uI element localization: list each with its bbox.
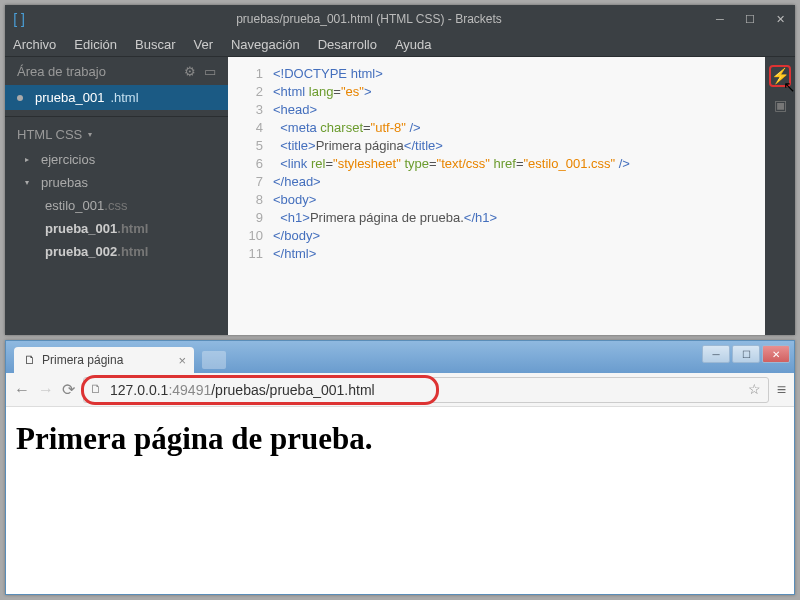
extension-manager-icon[interactable]: ▣ [774, 97, 787, 113]
chrome-titlebar: 🗋 Primera página × ─ ☐ ✕ [6, 341, 794, 373]
code-editor[interactable]: 1 2 3 4 5 6 7 8 9 10 11 <!DOCTYPE html> … [228, 57, 765, 335]
working-file-ext: .html [110, 90, 138, 105]
chrome-menu-icon[interactable]: ≡ [777, 381, 786, 399]
menu-navegacion[interactable]: Navegación [231, 37, 300, 52]
folder-ejercicios[interactable]: ▸ ejercicios [5, 148, 228, 171]
brackets-app-icon: [ ] [5, 11, 33, 27]
brackets-titlebar: [ ] pruebas/prueba_001.html (HTML CSS) -… [5, 5, 795, 33]
gear-icon[interactable]: ⚙ [184, 64, 196, 79]
chevron-down-icon: ▾ [88, 130, 92, 139]
brackets-body: Área de trabajo ⚙ ▭ prueba_001.html HTML… [5, 57, 795, 335]
brackets-menubar: Archivo Edición Buscar Ver Navegación De… [5, 33, 795, 57]
page-icon: 🗋 [90, 382, 102, 396]
working-files-label: Área de trabajo [17, 64, 106, 79]
file-prueba-001-html[interactable]: prueba_001.html [5, 217, 228, 240]
chrome-window-controls: ─ ☐ ✕ [702, 341, 794, 363]
tab-title: Primera página [42, 353, 123, 367]
chrome-maximize-button[interactable]: ☐ [732, 345, 760, 363]
forward-button[interactable]: → [38, 381, 54, 399]
menu-ayuda[interactable]: Ayuda [395, 37, 432, 52]
lightning-icon: ⚡ [771, 67, 790, 85]
brackets-sidebar: Área de trabajo ⚙ ▭ prueba_001.html HTML… [5, 57, 228, 335]
omnibox-wrap: 🗋 127.0.0.1:49491/pruebas/prueba_001.htm… [83, 377, 769, 403]
chrome-window: 🗋 Primera página × ─ ☐ ✕ ← → ⟳ 🗋 127.0.0… [5, 340, 795, 595]
project-label: HTML CSS [17, 127, 82, 142]
page-icon: 🗋 [24, 353, 36, 367]
working-file-name: prueba_001 [35, 90, 104, 105]
bookmark-star-icon[interactable]: ☆ [748, 381, 761, 397]
chevron-down-icon: ▾ [25, 178, 35, 187]
menu-buscar[interactable]: Buscar [135, 37, 175, 52]
menu-archivo[interactable]: Archivo [13, 37, 56, 52]
new-tab-button[interactable] [202, 351, 226, 369]
live-preview-button[interactable]: ⚡ [769, 65, 791, 87]
file-prueba-002-html[interactable]: prueba_002.html [5, 240, 228, 263]
back-button[interactable]: ← [14, 381, 30, 399]
folder-pruebas[interactable]: ▾ pruebas [5, 171, 228, 194]
chrome-close-button[interactable]: ✕ [762, 345, 790, 363]
menu-desarrollo[interactable]: Desarrollo [318, 37, 377, 52]
line-gutter: 1 2 3 4 5 6 7 8 9 10 11 [228, 57, 273, 335]
menu-edicion[interactable]: Edición [74, 37, 117, 52]
folder-name: pruebas [41, 175, 88, 190]
open-file-dot-icon [17, 95, 23, 101]
sidebar-header-icons: ⚙ ▭ [184, 64, 216, 79]
maximize-button[interactable]: ☐ [735, 9, 765, 29]
file-estilo-001-css[interactable]: estilo_001.css [5, 194, 228, 217]
minimize-button[interactable]: ─ [705, 9, 735, 29]
chrome-minimize-button[interactable]: ─ [702, 345, 730, 363]
split-icon[interactable]: ▭ [204, 64, 216, 79]
working-files-header: Área de trabajo ⚙ ▭ [5, 57, 228, 85]
page-content: Primera página de prueba. [6, 407, 794, 471]
code-content[interactable]: <!DOCTYPE html> <html lang="es"> <head> … [273, 57, 765, 335]
page-heading: Primera página de prueba. [16, 421, 784, 457]
brackets-window: [ ] pruebas/prueba_001.html (HTML CSS) -… [5, 5, 795, 335]
brackets-window-title: pruebas/prueba_001.html (HTML CSS) - Bra… [33, 12, 705, 26]
working-file-active[interactable]: prueba_001.html [5, 85, 228, 110]
project-header[interactable]: HTML CSS ▾ [5, 116, 228, 148]
close-button[interactable]: ✕ [765, 9, 795, 29]
address-bar[interactable]: 127.0.0.1:49491/pruebas/prueba_001.html [83, 377, 769, 403]
menu-ver[interactable]: Ver [193, 37, 213, 52]
brackets-window-controls: ─ ☐ ✕ [705, 9, 795, 29]
folder-name: ejercicios [41, 152, 95, 167]
chevron-right-icon: ▸ [25, 155, 35, 164]
chrome-toolbar: ← → ⟳ 🗋 127.0.0.1:49491/pruebas/prueba_0… [6, 373, 794, 407]
browser-tab[interactable]: 🗋 Primera página × [14, 347, 194, 373]
reload-button[interactable]: ⟳ [62, 380, 75, 399]
tab-close-icon[interactable]: × [178, 353, 186, 368]
brackets-right-toolbar: ⚡ ▣ [765, 57, 795, 335]
